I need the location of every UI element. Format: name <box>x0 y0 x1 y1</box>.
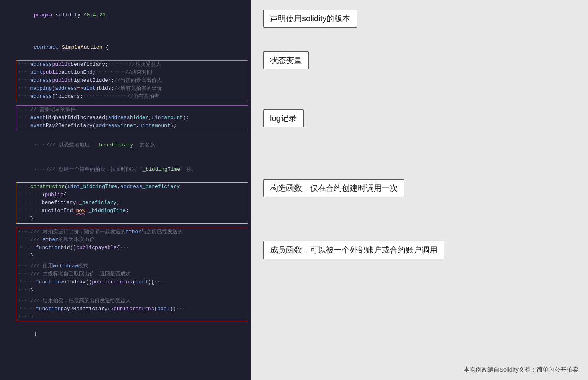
pragma-line: pragma solidity ^0.4.21; <box>0 3 251 27</box>
event-comment: ···· // 需要记录的事件 <box>16 106 248 114</box>
annotation-functions-wrapper: 成员函数，可以被一个外部账户或合约账户调用 <box>263 241 576 267</box>
constructor-close: ···· } <box>16 215 248 223</box>
annotation-log: log记录 <box>263 109 304 127</box>
pay2-func-close: ···· } <box>16 313 248 321</box>
state-var-3: ···· address public highestBidder; //当前的… <box>16 77 248 85</box>
blank-line <box>0 27 251 35</box>
functions-box: ···· /// 对拍卖进行出价，随交易一起发送的ether与之前已经发送的 ·… <box>16 228 248 322</box>
code-editor: pragma solidity ^0.4.21; contract Simple… <box>0 0 251 380</box>
withdraw-func-expand[interactable]: + ···· function withdraw() public return… <box>16 278 248 286</box>
bid-func-expand[interactable]: + ···· function bid() public payable {··… <box>16 244 248 252</box>
state-var-4: ···· mapping(address => uint) bids; //所有… <box>16 85 248 93</box>
annotation-state: 状态变量 <box>263 51 309 69</box>
constructor-sig: ···· constructor(uint _biddingTime,addre… <box>16 183 248 191</box>
withdraw-func-close: ···· } <box>16 287 248 295</box>
annotation-log-wrapper: log记录 <box>263 109 576 179</box>
footer-note: 本实例改编自Solidity文档：简单的公开拍卖 <box>464 366 578 374</box>
contract-line: contract SimpleAuction { <box>0 35 251 59</box>
pay2-func-expand[interactable]: + ···· function pay2Beneficiary() public… <box>16 305 248 313</box>
withdraw-comment-1: ···· /// 使用withdraw模式 <box>16 262 248 270</box>
withdraw-comment-2: ···· /// 由投标者自己取回出价，返回是否成功 <box>16 270 248 278</box>
annotation-constructor-wrapper: 构造函数，仅在合约创建时调用一次 <box>263 179 576 241</box>
annotation-pragma: 声明使用solidity的版本 <box>263 10 357 28</box>
state-var-1: ···· address public beneficiary;·······/… <box>16 61 248 69</box>
event-1: ···· event HighestBidIncreased(address b… <box>16 114 248 122</box>
bid-func-close: ···· } <box>16 252 248 260</box>
closing-brace: } <box>0 322 251 346</box>
bid-comment-1: ···· /// 对拍卖进行出价，随交易一起发送的ether与之前已经发送的 <box>16 228 248 236</box>
pay2-comment: ···· /// 结束拍卖，把最高的出价发送给受益人 <box>16 297 248 305</box>
events-box: ···· // 需要记录的事件 ···· event HighestBidInc… <box>16 105 248 130</box>
annotation-state-wrapper: 状态变量 <box>263 51 576 109</box>
constructor-body-2: ········ auctionEnd = now + _biddingTime… <box>16 207 248 215</box>
constructor-public: ········ ) public { <box>16 191 248 199</box>
constructor-comment-2: ····/// 创建一个简单的拍卖，拍卖时间为 `_biddingTime` 秒… <box>0 157 251 181</box>
constructor-comment-1: ····/// 以受益者地址 `_beneficiary` 的名义， <box>0 133 251 157</box>
state-var-5: ···· address[] bidders;···············//… <box>16 93 248 101</box>
annotation-pragma-wrapper: 声明使用solidity的版本 <box>263 8 576 51</box>
state-vars-box: ···· address public beneficiary;·······/… <box>16 60 248 101</box>
bid-comment-2: ···· /// ether的和为本次出价。 <box>16 236 248 244</box>
annotation-functions: 成员函数，可以被一个外部账户或合约账户调用 <box>263 241 444 259</box>
annotations-panel: 声明使用solidity的版本 状态变量 log记录 构造函数，仅在合约创建时调… <box>251 0 588 380</box>
constructor-box: ···· constructor(uint _biddingTime,addre… <box>16 182 248 224</box>
event-2: ···· event Pay2Beneficiary(address winne… <box>16 122 248 130</box>
constructor-body-1: ········ beneficiary = _beneficiary; <box>16 199 248 207</box>
state-var-2: ···· uint public auctionEnd;··········//… <box>16 69 248 77</box>
annotation-constructor: 构造函数，仅在合约创建时调用一次 <box>263 179 404 197</box>
